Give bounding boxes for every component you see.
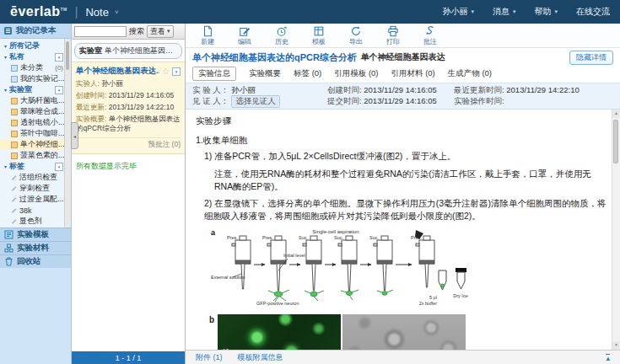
search-input[interactable] — [74, 26, 127, 37]
svg-text:Dry Ice: Dry Ice — [453, 293, 467, 298]
sidebar-item-templates[interactable]: 实验模板 — [0, 228, 71, 241]
template-icon — [313, 25, 325, 37]
scroll-thumb[interactable] — [613, 120, 618, 163]
chevron-down-icon: ▾ — [167, 28, 170, 35]
experiment-card[interactable]: 单个神经细胞基因表达... ☆ ▾ 实验人: 孙小丽 创建时间: 2013/11… — [72, 62, 185, 154]
scroll-up-icon[interactable]: ▲ — [612, 110, 620, 118]
svg-text:Suc.: Suc. — [369, 235, 379, 240]
scroll-down-icon[interactable]: ▼ — [612, 341, 620, 350]
sidebar-item-private[interactable]: ▾私有▾ — [0, 51, 71, 62]
logo-divider: | — [75, 5, 78, 19]
sidebar-tag-biopsy[interactable]: 活组织检查 — [0, 172, 71, 183]
sidebar-item-uncategorized[interactable]: 未分类(0) — [0, 62, 71, 73]
sidebar-filler — [0, 268, 71, 364]
new-button[interactable]: 新建 — [189, 25, 226, 46]
card-annotation-count[interactable]: 预批注 (0) — [76, 137, 181, 150]
messages-menu[interactable]: 消息▾ — [493, 6, 516, 18]
sidebar-tag-filter-paper[interactable]: 滤纸 — [0, 227, 71, 228]
tab-cited-templates[interactable]: 引用模板 (0) — [334, 68, 378, 79]
print-button[interactable]: 打印 — [375, 25, 412, 46]
sidebar-item-lab-1[interactable]: 大肠杆菌电...(5) — [0, 95, 71, 106]
experiment-info-block: 实 验 人：孙小丽 创建时间: 2013/11/29 14:16:05 最近更新… — [186, 83, 620, 109]
tab-cited-materials[interactable]: 引用材料 (0) — [391, 68, 435, 79]
card-created: 创建时间: 2013/11/29 14:16:05 — [76, 91, 181, 100]
template-info-tab[interactable]: 模板附属信息 — [238, 352, 283, 363]
sidebar-scroll-thumb[interactable] — [66, 41, 69, 70]
notebook-square-icon — [11, 120, 18, 126]
sidebar-item-materials[interactable]: 实验材料 — [0, 241, 71, 254]
svg-text:GFP-positive neuron: GFP-positive neuron — [256, 301, 299, 306]
content-scrollbar[interactable]: ▲ ▼ — [612, 110, 620, 350]
sidebar-item-tags[interactable]: ▾标签▾ — [0, 161, 71, 172]
sidebar-item-single-neuron[interactable]: 单个神经细...(1) — [0, 139, 71, 150]
star-icon[interactable]: ☆ — [162, 67, 170, 76]
svg-text:Pres.: Pres. — [227, 235, 238, 240]
step-1-2: 2) 在显微镜下，选择分离的单个细胞。显微下操作利用压力(3毫升注射器)清除单个… — [204, 197, 607, 222]
user-menu[interactable]: 孙小丽▾ — [442, 6, 474, 18]
history-button[interactable]: 历史 — [263, 25, 300, 46]
triangle-down-icon: ▾ — [4, 163, 7, 169]
product-name: Note — [85, 6, 108, 19]
list-search-bar: 搜索 查看▾ — [72, 24, 185, 40]
info-created: 创建时间: 2013/11/29 14:16:05 — [327, 85, 454, 96]
dropdown-icon[interactable]: ▾ — [55, 86, 63, 94]
edit-button[interactable]: 编辑 — [226, 25, 263, 46]
scroll-to-top-icon[interactable]: ▴ — [606, 354, 610, 361]
breadcrumb[interactable]: 实验室 单个神经细胞基因表达 — [74, 43, 182, 59]
sidebar-item-lab-2[interactable]: 翠咪唑合成...(7) — [0, 106, 71, 117]
notebook-square-icon — [11, 142, 18, 148]
sidebar-item-lab-4[interactable]: 茶叶中咖啡...(2) — [0, 128, 71, 139]
search-button[interactable]: 搜索 — [129, 26, 144, 37]
sidebar-scrollbar[interactable] — [64, 39, 71, 228]
sidebar-item-lab-6[interactable]: 菠菜色素的...(1) — [0, 150, 71, 161]
hide-details-button[interactable]: 隐藏详情 — [569, 51, 613, 65]
card-experimenter: 实验人: 孙小丽 — [76, 79, 181, 88]
detail-bottom-bar: 附件 (1) 模板附属信息 ▴ — [186, 350, 620, 364]
gfp-neuron — [268, 290, 289, 302]
experiment-title: 单个神经细胞基因表达的qPCR综合分析 — [192, 51, 357, 64]
notebook-square-icon — [11, 131, 18, 137]
card-summary: 实验概要: 单个神经细胞基因表达的qPCR综合分析 — [76, 115, 181, 133]
product-caret-icon[interactable]: ˅ — [115, 8, 119, 16]
online-chat-link[interactable]: 在线交流 — [576, 6, 610, 18]
sidebar-item-recycle-bin[interactable]: 回收站 — [0, 254, 71, 268]
sidebar-tag-chromogen[interactable]: 显色剂 — [0, 216, 71, 227]
notebook-square-icon — [11, 153, 18, 159]
micrograph-gfp: 10 μm — [218, 314, 341, 350]
info-updated: 最近更新时间: 2013/11/29 14:22:10 — [454, 85, 613, 96]
dropdown-icon[interactable]: ▾ — [55, 53, 63, 62]
svg-text:Suc.: Suc. — [334, 235, 343, 240]
sidebar-tag-38k[interactable]: 38k — [0, 205, 71, 216]
sidebar-item-lab-3[interactable]: 透射电镜小...(0) — [0, 117, 71, 128]
view-button[interactable]: 查看▾ — [147, 25, 174, 38]
export-button[interactable]: 导出 — [337, 25, 375, 46]
new-document-icon — [202, 25, 213, 37]
sidebar-item-lab[interactable]: ▾实验室▾ — [0, 84, 71, 95]
annotate-button[interactable]: 批注 — [412, 25, 449, 46]
attachments-tab[interactable]: 附件 (1) — [196, 352, 223, 363]
dropdown-icon[interactable]: ▾ — [172, 67, 181, 76]
svg-text:External solution: External solution — [211, 275, 245, 280]
sidebar-tag-puncture[interactable]: 穿刺检查 — [0, 183, 71, 194]
experiment-card-title[interactable]: 单个神经细胞基因表达... — [76, 66, 159, 77]
sidebar-collapse-handle[interactable]: ◂ — [71, 122, 78, 149]
sidebar-tag-transition-metal[interactable]: 过渡金属配... — [0, 194, 71, 205]
tab-summary[interactable]: 实验概要 — [249, 68, 281, 79]
pagination-bar[interactable]: 1 - 1 / 1 — [72, 351, 185, 364]
experiment-list-pane: 搜索 查看▾ 实验室 单个神经细胞基因表达 单个神经细胞基因表达... ☆ ▾ … — [72, 24, 186, 364]
help-menu[interactable]: 帮助▾ — [534, 6, 558, 18]
dropdown-icon[interactable]: ▾ — [55, 163, 63, 171]
tab-tags[interactable]: 标签 (0) — [294, 68, 321, 79]
template-icon — [4, 230, 13, 239]
figure-b-label: b — [209, 314, 214, 350]
step-note: 注意，使用无RNA酶的耗材和整个过程避免RNA的污染(清洁工作区，戴上手套，口罩… — [214, 168, 607, 193]
select-witness-button[interactable]: 选择见证人 — [231, 95, 280, 108]
my-notebooks-header[interactable]: 我的记录本 — [0, 24, 71, 39]
info-op-time: 实验操作时间: — [454, 96, 613, 107]
sidebar-item-my-experiments[interactable]: 我的实验记...(1) — [0, 73, 71, 84]
template-button[interactable]: 模板 — [300, 25, 337, 46]
sidebar-item-all-records[interactable]: ▾所有记录 — [0, 40, 71, 51]
tab-experiment-info[interactable]: 实验信息 — [192, 67, 236, 81]
tab-products[interactable]: 生成产物 (0) — [448, 68, 492, 79]
card-updated: 最近更新: 2013/11/29 14:22:10 — [76, 103, 181, 112]
